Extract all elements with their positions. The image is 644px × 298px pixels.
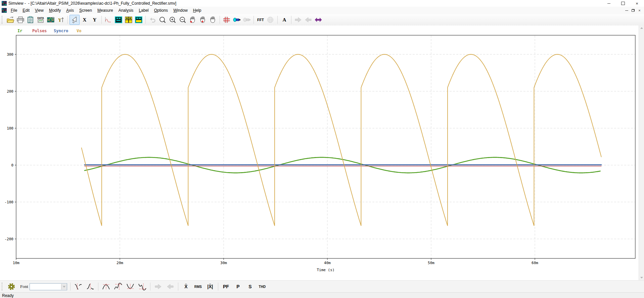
view-data-points-button[interactable]: DATA	[36, 15, 46, 25]
toolbar-grip[interactable]	[2, 16, 4, 24]
measure-settings-button[interactable]	[5, 282, 17, 292]
copy-to-clipboard-button[interactable]	[26, 15, 36, 25]
time-display-icon	[267, 16, 275, 23]
print-button[interactable]	[15, 15, 26, 25]
add-curve-button[interactable]	[103, 15, 113, 25]
menu-file[interactable]: File	[8, 7, 20, 14]
fft-button[interactable]: FFT	[256, 15, 266, 25]
maximize-button[interactable]	[616, 0, 630, 7]
screen-layout-quad-button[interactable]	[124, 15, 134, 25]
menu-window[interactable]: Window	[171, 7, 190, 14]
zoom-window-button[interactable]	[157, 15, 168, 25]
menu-options[interactable]: Options	[151, 7, 171, 14]
next-rising-edge-button[interactable]	[72, 282, 84, 292]
mdi-minimize-button[interactable]	[624, 7, 630, 13]
font-select-dropdown[interactable]	[30, 283, 67, 290]
waveform-plot[interactable]: 3002001000-100-20010m20m30m40m50m60mTime…	[0, 26, 639, 280]
menu-help[interactable]: Help	[190, 7, 204, 14]
open-file-button[interactable]	[5, 15, 15, 25]
menu-measure[interactable]: Measure	[95, 7, 116, 14]
fft-icon: FFT	[257, 18, 264, 22]
add-y-axis-button[interactable]: Y	[56, 15, 66, 25]
average-abs-button[interactable]: |X̄|	[204, 282, 216, 292]
pan-vertical-button[interactable]	[198, 15, 208, 25]
svg-text:10m: 10m	[13, 261, 19, 265]
global-maximum-button[interactable]	[100, 282, 112, 292]
close-button[interactable]: ×	[630, 0, 644, 7]
fit-time-range-button[interactable]	[313, 15, 323, 25]
measure-button[interactable]	[232, 15, 242, 25]
pan-free-button[interactable]	[208, 15, 218, 25]
x-axis-settings-button[interactable]: X	[80, 15, 90, 25]
view-data-points-icon: DATA	[37, 16, 45, 23]
add-text-icon: A	[283, 17, 286, 23]
svg-text:60m: 60m	[532, 261, 538, 265]
zoom-in-button[interactable]	[168, 15, 178, 25]
mdi-close-button[interactable]: ×	[636, 7, 643, 13]
svg-text:-200: -200	[5, 237, 14, 241]
legend-item-syncro[interactable]: Syncro	[54, 29, 68, 33]
screen-layout-quad-icon	[125, 16, 133, 23]
mdi-minimize-icon	[625, 10, 628, 11]
scroll-up-icon[interactable]	[639, 26, 644, 31]
zoom-out-button[interactable]	[178, 15, 188, 25]
pan-free-icon	[209, 16, 217, 23]
svg-text:40m: 40m	[324, 261, 331, 265]
x-axis-settings-icon: X	[83, 17, 87, 23]
thd-button[interactable]: THD	[256, 282, 268, 292]
svg-text:20m: 20m	[117, 261, 123, 265]
svg-text:Time (s): Time (s)	[317, 268, 335, 272]
svg-text:Y: Y	[58, 18, 61, 23]
menu-screen[interactable]: Screen	[77, 7, 95, 14]
toggle-grid-button[interactable]	[222, 15, 232, 25]
document-icon	[2, 8, 7, 13]
window-title: Simview - - [C:\Altair\Altair_PSIM_2026\…	[8, 1, 176, 6]
menu-axis[interactable]: Axis	[63, 7, 77, 14]
undo-button	[147, 15, 157, 25]
main-toolbar: DATAYXYFFTA	[0, 14, 644, 26]
power-factor-button[interactable]: PF	[220, 282, 232, 292]
screen-layout-split-button[interactable]	[134, 15, 144, 25]
add-text-button[interactable]: A	[279, 15, 289, 25]
menu-modify[interactable]: Modify	[46, 7, 63, 14]
menu-label[interactable]: Label	[136, 7, 151, 14]
mdi-restore-icon	[632, 9, 635, 12]
pan-horizontal-button[interactable]	[188, 15, 198, 25]
rms-button[interactable]: RMS	[192, 282, 204, 292]
scroll-down-icon[interactable]	[639, 275, 644, 280]
screen-layout-single-icon	[114, 16, 123, 23]
chevron-down-icon[interactable]	[61, 284, 67, 290]
select-mode-button[interactable]	[70, 15, 80, 25]
maximize-icon	[621, 2, 625, 5]
legend-item-pulses[interactable]: Pulses	[32, 29, 47, 33]
legend-item-vo[interactable]: Vo	[77, 29, 81, 33]
zoom-in-icon	[169, 16, 177, 23]
toolbar-separator	[150, 283, 150, 291]
menu-edit[interactable]: Edit	[20, 7, 32, 14]
measure-toolbar-grip[interactable]	[2, 283, 4, 291]
screen-layout-single-button[interactable]	[113, 15, 124, 25]
apparent-power-button[interactable]: S	[244, 282, 256, 292]
menu-view[interactable]: View	[32, 7, 46, 14]
mdi-restore-button[interactable]	[630, 7, 636, 13]
status-bar: Ready	[0, 292, 644, 298]
next-local-maximum-button[interactable]	[112, 282, 124, 292]
average-button[interactable]: X̄	[180, 282, 192, 292]
minimize-button[interactable]	[602, 0, 616, 7]
next-local-minimum-button[interactable]	[136, 282, 148, 292]
curve-settings-button[interactable]	[46, 15, 56, 25]
vertical-scrollbar[interactable]	[639, 26, 644, 280]
global-minimum-button[interactable]	[124, 282, 136, 292]
open-file-icon	[6, 16, 14, 23]
measure-settings-icon	[7, 282, 16, 291]
next-falling-edge-button[interactable]	[84, 282, 96, 292]
legend-item-ir[interactable]: Ir	[17, 29, 22, 33]
measure-off-icon	[243, 16, 251, 23]
y-axis-settings-button[interactable]: Y	[90, 15, 100, 25]
menu-analysis[interactable]: Analysis	[116, 7, 136, 14]
toolbar-separator	[220, 16, 220, 24]
toolbar-separator	[70, 283, 71, 291]
zoom-window-icon	[158, 16, 167, 23]
real-power-button[interactable]: P	[232, 282, 244, 292]
next-screen-button	[293, 15, 303, 25]
